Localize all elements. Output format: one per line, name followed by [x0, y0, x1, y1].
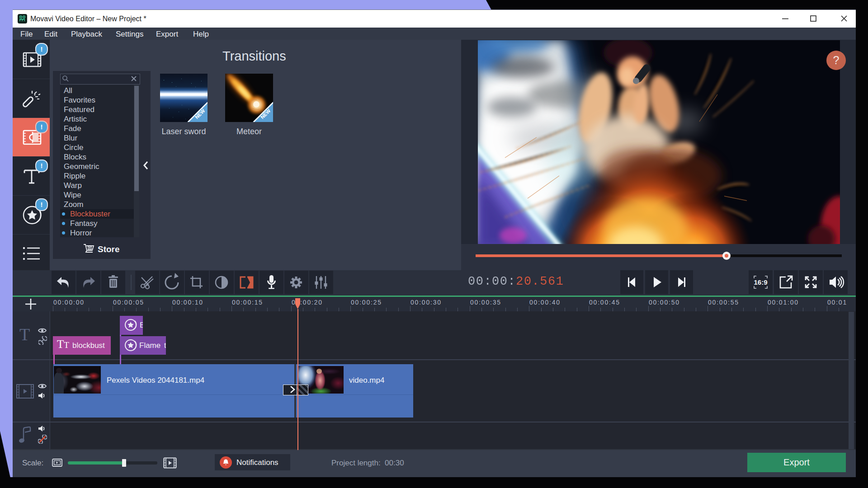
svg-text:16:9: 16:9 — [754, 278, 767, 286]
